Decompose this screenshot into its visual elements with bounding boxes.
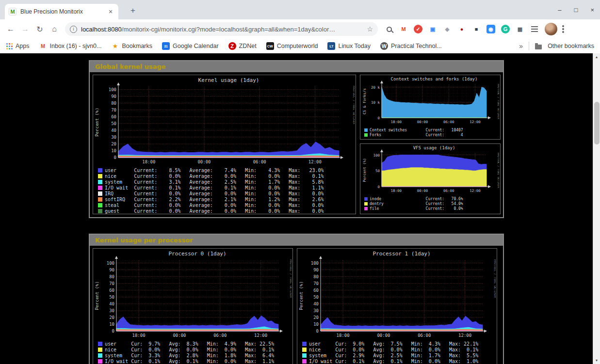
legend-row: IRQ Current: 0.0% Average: 0.0% Min: 0.0… xyxy=(94,190,355,196)
legend-text: user Current: 8.5% Average: 7.4% Min: 4.… xyxy=(105,168,324,173)
legend-text: softIRQ Current: 2.2% Average: 2.1% Min:… xyxy=(105,197,324,202)
bookmark-computerworld[interactable]: CWComputerworld xyxy=(266,42,318,50)
processor-0-graph[interactable]: Processor 0 (1day)Percent (%)RRDTOOL / T… xyxy=(93,248,293,364)
scrollbar-up-icon[interactable]: ▲ xyxy=(593,53,600,61)
home-button[interactable]: ⌂ xyxy=(48,22,61,36)
bookmarks-overflow-icon[interactable]: » xyxy=(519,42,523,50)
svg-text:10: 10 xyxy=(111,148,116,153)
svg-text:90: 90 xyxy=(313,268,319,272)
window-minimize-icon[interactable]: – xyxy=(558,6,561,14)
browser-tab[interactable]: M Blue Precision Monitorix × xyxy=(5,4,118,19)
bookmark-practical-technology[interactable]: WPractical Technol... xyxy=(380,42,442,50)
search-icon[interactable] xyxy=(385,25,393,33)
bookmark-google-calendar[interactable]: 31Google Calendar xyxy=(162,42,219,50)
graph-row: Kernel usage (1day)Percent (%)RRDTOOL / … xyxy=(90,72,503,217)
svg-text:00:00: 00:00 xyxy=(377,333,390,338)
legend-row: file Current: 0.0% xyxy=(361,206,499,211)
svg-text:00:00: 00:00 xyxy=(173,333,186,338)
svg-text:40: 40 xyxy=(109,301,114,306)
svg-text:100: 100 xyxy=(109,87,116,92)
browser-menu-icon[interactable] xyxy=(562,28,564,30)
svg-text:60: 60 xyxy=(313,288,319,293)
processor-0-plot: Processor 0 (1day)Percent (%)RRDTOOL / T… xyxy=(94,250,292,341)
svg-text:0: 0 xyxy=(112,329,114,333)
red-extension-icon[interactable]: ● xyxy=(457,25,466,33)
svg-text:18:00: 18:00 xyxy=(337,333,350,338)
new-tab-button[interactable]: + xyxy=(127,5,139,16)
legend-text: system Cur: 2.9% Avg: 2.5% Min: 1.7% Max… xyxy=(309,353,478,358)
legend-row: nice Cur: 0.0% Avg: 0.0% Min: 0.0% Max: … xyxy=(94,347,292,352)
context-switches-graph[interactable]: Context switches and forks (1day)CS & fo… xyxy=(360,75,501,140)
bookmark-label: Apps xyxy=(16,43,30,49)
scrollbar-down-icon[interactable]: ▼ xyxy=(593,357,600,364)
tab-close-icon[interactable]: × xyxy=(107,8,114,16)
legend-row: Forks Current: 4 xyxy=(361,132,499,137)
monitorix-favicon-icon: M xyxy=(9,8,16,16)
tune-icon[interactable] xyxy=(530,25,539,33)
graph-row: Processor 0 (1day)Percent (%)RRDTOOL / T… xyxy=(90,246,503,364)
context-switches-legend: Context switches Current: 10407Forks Cur… xyxy=(361,127,499,137)
back-button[interactable]: ← xyxy=(4,22,17,36)
legend-text: Forks Current: 4 xyxy=(370,133,463,137)
scrollbar-thumb[interactable] xyxy=(594,102,600,144)
svg-text:50: 50 xyxy=(313,295,319,300)
svg-text:18:00: 18:00 xyxy=(132,333,146,338)
grammarly-icon[interactable]: G xyxy=(501,25,510,33)
page-scrollbar[interactable]: ▲ ▼ xyxy=(593,53,600,364)
svg-text:50: 50 xyxy=(111,121,116,126)
mail-check-extension-icon[interactable]: ✓ xyxy=(414,25,422,33)
kernel-usage-graph[interactable]: Kernel usage (1day)Percent (%)RRDTOOL / … xyxy=(93,75,356,214)
extensions-puzzle-icon[interactable]: ▦ xyxy=(516,25,524,33)
legend-row: softIRQ Current: 2.2% Average: 2.1% Min:… xyxy=(94,196,355,202)
window-controls: – □ × xyxy=(558,0,594,19)
gray-extension-icon[interactable]: ◆ xyxy=(443,25,452,33)
dark-extension-icon[interactable]: ■ xyxy=(472,25,481,33)
gmail-extension-icon[interactable]: M xyxy=(399,25,408,33)
legend-text: IRQ Current: 0.0% Average: 0.0% Min: 0.0… xyxy=(105,191,324,196)
window-close-icon[interactable]: × xyxy=(590,6,594,14)
profile-avatar[interactable] xyxy=(545,23,557,35)
bookmark-apps[interactable]: Apps xyxy=(6,43,30,49)
svg-text:20: 20 xyxy=(111,142,116,146)
processor-1-graph[interactable]: Processor 1 (1day)Percent (%)RRDTOOL / T… xyxy=(297,248,497,364)
other-bookmarks-button[interactable]: Other bookmarks xyxy=(548,43,594,49)
vfs-usage-graph[interactable]: VFS usage (1day)Percent (%)RRDTOOL / TOB… xyxy=(360,143,501,214)
svg-text:80: 80 xyxy=(111,101,116,106)
legend-row: system Current: 3.1% Average: 2.5% Min: … xyxy=(94,179,355,185)
legend-row: dentry Current: 54.0% xyxy=(361,201,499,206)
forward-button[interactable]: → xyxy=(18,22,32,36)
svg-text:80: 80 xyxy=(313,274,319,279)
inode-swatch xyxy=(364,197,368,201)
bookmark-gmail-inbox[interactable]: MInbox (16) - sjvn0... xyxy=(39,42,102,50)
bookmark-zdnet-icon: Z xyxy=(228,42,236,50)
vfs-usage-plot: VFS usage (1day)Percent (%)RRDTOOL / TOB… xyxy=(361,145,499,196)
svg-text:100: 100 xyxy=(311,261,319,266)
svg-text:60: 60 xyxy=(109,288,114,293)
bookmark-zdnet[interactable]: ZZDNet xyxy=(228,42,257,50)
svg-text:80: 80 xyxy=(109,274,114,279)
svg-text:20 k: 20 k xyxy=(371,85,380,90)
legend-text: I/O wait Cur: 0.1% Avg: 0.1% Min: 0.0% M… xyxy=(105,359,274,364)
bookmark-label: ZDNet xyxy=(239,43,257,49)
bookmark-label: Google Calendar xyxy=(173,43,219,49)
nice-swatch xyxy=(98,174,102,178)
url-host: localhost:8080 xyxy=(81,26,122,33)
svg-text:06:00: 06:00 xyxy=(253,159,266,164)
camera-extension-icon[interactable]: ◉ xyxy=(486,25,495,33)
page-info-icon[interactable]: i xyxy=(70,26,77,33)
copy-pages-extension-icon[interactable]: ▣ xyxy=(428,25,437,33)
legend-text: user Cur: 9.0% Avg: 7.5% Min: 4.3% Max: … xyxy=(309,341,478,347)
reload-button[interactable]: ↻ xyxy=(33,22,47,36)
window-maximize-icon[interactable]: □ xyxy=(574,6,578,14)
address-bar[interactable]: i localhost:8080/monitorix-cgi/monitorix… xyxy=(65,22,378,36)
tab-title: Blue Precision Monitorix xyxy=(20,8,107,15)
legend-text: system Current: 3.1% Average: 2.5% Min: … xyxy=(105,179,324,185)
file-swatch xyxy=(364,207,368,210)
bookmark-star-icon[interactable]: ☆ xyxy=(367,25,373,33)
legend-row: inode Current: 70.6% xyxy=(361,196,499,201)
svg-text:70: 70 xyxy=(109,281,114,286)
svg-text:00:00: 00:00 xyxy=(417,120,428,124)
legend-text: nice Cur: 0.0% Avg: 0.0% Min: 0.0% Max: … xyxy=(309,347,478,352)
bookmark-linux-today[interactable]: LTLinux Today xyxy=(327,42,371,50)
bookmark-bookmarks[interactable]: ★Bookmarks xyxy=(112,42,153,50)
